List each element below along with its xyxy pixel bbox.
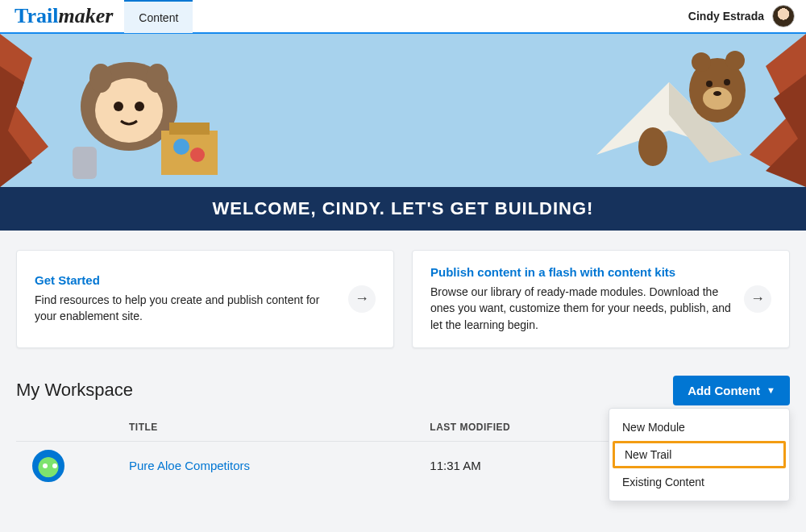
rock-right-illustration (693, 34, 806, 187)
astro-character-icon (40, 34, 226, 187)
svg-point-10 (173, 139, 189, 155)
row-title[interactable]: Pure Aloe Competitors (129, 459, 430, 472)
svg-point-7 (146, 64, 168, 93)
info-cards-row: Get Started Find resources to help you c… (16, 250, 790, 348)
svg-rect-8 (161, 131, 218, 175)
get-started-desc: Find resources to help you create and pu… (35, 292, 335, 325)
svg-point-5 (135, 102, 144, 111)
menu-item-new-trail[interactable]: New Trail (613, 441, 786, 468)
username-label: Cindy Estrada (688, 10, 764, 23)
svg-point-4 (114, 102, 123, 111)
main-area: Get Started Find resources to help you c… (0, 231, 806, 532)
arrow-right-icon[interactable]: → (744, 285, 771, 313)
logo-trail: Trail (15, 4, 58, 27)
hero-banner (0, 34, 806, 187)
svg-point-22 (638, 127, 667, 166)
add-content-menu: New Module New Trail Existing Content (609, 408, 790, 501)
add-content-button[interactable]: Add Content ▼ (673, 376, 790, 405)
svg-rect-9 (169, 123, 210, 135)
svg-point-6 (89, 64, 112, 93)
tab-content[interactable]: Content (124, 0, 193, 33)
menu-item-existing-content[interactable]: Existing Content (609, 468, 789, 496)
svg-point-11 (190, 148, 205, 162)
content-kits-desc: Browse our library of ready-made modules… (430, 284, 731, 333)
get-started-card[interactable]: Get Started Find resources to help you c… (16, 250, 394, 348)
col-title[interactable]: TITLE (129, 422, 430, 433)
app-logo: Trailmaker (15, 4, 113, 28)
welcome-banner: WELCOME, CINDY. LET'S GET BUILDING! (0, 187, 806, 231)
get-started-title: Get Started (35, 273, 335, 287)
logo-maker: maker (58, 4, 113, 27)
user-avatar[interactable] (772, 5, 795, 27)
caret-down-icon: ▼ (767, 385, 775, 395)
content-kits-card[interactable]: Publish content in a flash with content … (412, 250, 790, 348)
workspace-title: My Workspace (16, 380, 133, 401)
menu-item-new-module[interactable]: New Module (609, 414, 789, 441)
top-bar: Trailmaker Content Cindy Estrada (0, 0, 806, 34)
content-kits-title: Publish content in a flash with content … (430, 265, 731, 279)
workspace-header: My Workspace Add Content ▼ (16, 376, 790, 405)
module-icon (32, 450, 64, 482)
svg-rect-12 (73, 147, 97, 179)
arrow-right-icon[interactable]: → (348, 285, 376, 313)
